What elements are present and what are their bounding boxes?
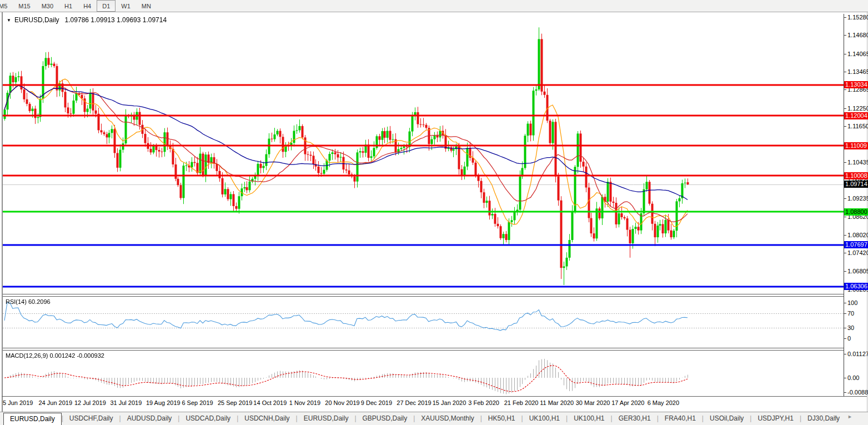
chart-tab-usdjpy-h1[interactable]: USDJPY,H1 [751, 413, 799, 424]
timeframe-button-m30[interactable]: M30 [36, 0, 59, 12]
rsi-axis-label: 100 [847, 299, 868, 306]
hline-price-label: 1.10008 [844, 172, 868, 179]
chart-tab-usdcnh-daily[interactable]: USDCNH,Daily [238, 413, 295, 424]
rsi-indicator-canvas[interactable] [3, 296, 844, 348]
price-axis-tick: 1.10435 [847, 159, 868, 166]
date-axis-label: 3 Feb 2020 [468, 399, 499, 406]
chart-title: ▼EURUSD,Daily1.09786 1.09913 1.09693 1.0… [7, 16, 167, 24]
timeframe-button-h1[interactable]: H1 [59, 0, 78, 12]
price-axis-tick: 1.06805 [847, 268, 868, 275]
date-axis-label: 25 Sep 2019 [218, 399, 252, 406]
hline-price-label: 1.07697 [844, 241, 868, 248]
price-axis-tick: 1.14065 [847, 51, 868, 58]
chart-ohlc-values: 1.09786 1.09913 1.09693 1.09714 [65, 16, 167, 24]
collapse-indicator-icon[interactable]: ▼ [7, 18, 11, 23]
price-chart-canvas[interactable] [3, 14, 844, 294]
price-axis-tick: 1.08020 [847, 232, 868, 239]
date-axis-label: 27 Dec 2019 [397, 399, 431, 406]
date-axis-label: 19 Aug 2019 [146, 399, 180, 406]
hline-price-label: 1.11009 [844, 142, 868, 149]
hline-price-label: 1.08800 [844, 208, 868, 216]
price-axis-tick: 1.13465 [847, 68, 868, 76]
rsi-label: RSI(14) 60.2096 [6, 298, 51, 305]
chart-tab-fra40-h1[interactable]: FRA40,H1 [659, 413, 702, 424]
hline-price-label: 1.12004 [844, 112, 868, 119]
chart-tab-usoil-daily[interactable]: USOil,Daily [704, 413, 750, 424]
chart-symbol-label: EURUSD,Daily [14, 16, 59, 24]
chart-tab-audusd-daily[interactable]: AUDUSD,Daily [121, 413, 178, 424]
mt4-terminal: { "toolbar": {"buttons": ["M5","M15","M3… [0, 0, 868, 425]
chart-rsi-splitter[interactable] [3, 294, 844, 297]
chart-tab-usdcad-daily[interactable]: USDCAD,Daily [179, 413, 237, 424]
rsi-axis-label: 70 [847, 310, 868, 317]
timeframe-button-w1[interactable]: W1 [116, 0, 136, 12]
date-axis-label: 30 Mar 2020 [576, 399, 610, 406]
price-axis-tick: 1.12250 [847, 105, 868, 112]
rsi-axis-label: 0 [847, 335, 868, 342]
tab-scroll-arrows[interactable]: ◄► [832, 414, 862, 419]
date-axis-label: 20 Nov 2019 [325, 399, 359, 406]
date-axis-label: 6 May 2020 [648, 399, 679, 406]
chart-tab-gbpusd-daily[interactable]: GBPUSD,Daily [357, 413, 414, 424]
macd-indicator-canvas[interactable] [3, 350, 844, 396]
macd-axis-label: 0.011277 [847, 351, 868, 357]
date-axis-label: 31 Jul 2019 [110, 399, 142, 406]
timeframe-button-m15[interactable]: M15 [13, 0, 36, 12]
chart-tab-eurusd-daily[interactable]: EURUSD,Daily [298, 413, 355, 424]
date-axis-label: 21 Feb 2020 [504, 399, 539, 406]
chart-tab-xauusd-monthly[interactable]: XAUUSD,Monthly [415, 413, 480, 424]
rsi-axis-label: 30 [847, 324, 868, 331]
chart-tab-usdchf-daily[interactable]: USDCHF,Daily [63, 413, 119, 424]
date-axis-label: 6 Sep 2019 [182, 399, 213, 406]
price-axis-tick: 1.11650 [847, 123, 868, 130]
chart-tab-hk50-h1[interactable]: HK50,H1 [482, 413, 521, 424]
date-axis-label: 5 Jun 2019 [3, 399, 33, 406]
macd-axis-label: -0.008845 [847, 389, 868, 396]
timeframe-button-d1[interactable]: D1 [97, 0, 116, 12]
date-axis-label: 15 Jan 2020 [433, 399, 466, 406]
date-axis-label: 24 Jun 2019 [38, 399, 72, 406]
date-axis-label: 12 Jul 2019 [74, 399, 106, 406]
timeframe-toolbar: M5M15M30H1H4D1W1MN [0, 0, 868, 12]
timeframe-button-m5[interactable]: M5 [0, 0, 13, 12]
macd-label: MACD(12,26,9) 0.001242 -0.000932 [6, 352, 104, 359]
chart-tab-ger30-h1[interactable]: GER30,H1 [613, 413, 657, 424]
date-axis-label: 9 Dec 2019 [361, 399, 392, 406]
date-axis-label: 17 Apr 2020 [611, 399, 644, 406]
rsi-macd-splitter[interactable] [3, 348, 844, 351]
price-axis-tick: 1.15280 [847, 14, 868, 21]
date-axis-label: 14 Oct 2019 [253, 399, 287, 406]
hline-price-label: 1.13034 [844, 81, 868, 88]
current-bid-price-label: 1.09714 [844, 181, 868, 188]
date-axis-label: 11 Mar 2020 [540, 399, 574, 406]
price-axis-tick: 1.09235 [847, 195, 868, 202]
chart-tab-eurusd-daily[interactable]: EURUSD,Daily [3, 413, 62, 425]
timeframe-button-h4[interactable]: H4 [78, 0, 97, 12]
chart-tab-uk100-h1[interactable]: UK100,H1 [568, 413, 610, 424]
hline-price-label: 1.06306 [844, 283, 868, 290]
timeframe-button-mn[interactable]: MN [136, 0, 157, 12]
chart-tab-bar: EURUSD,Daily | USDCHF,Daily | AUDUSD,Dai… [0, 412, 868, 425]
price-axis-tick: 1.14680 [847, 32, 868, 39]
date-axis-label: 1 Nov 2019 [289, 399, 320, 406]
macd-axis-label: 0.00 [847, 374, 868, 381]
date-axis-border [2, 396, 867, 397]
chart-tab-uk100-h1[interactable]: UK100,H1 [523, 413, 566, 424]
price-axis-tick: 1.07420 [847, 249, 868, 257]
